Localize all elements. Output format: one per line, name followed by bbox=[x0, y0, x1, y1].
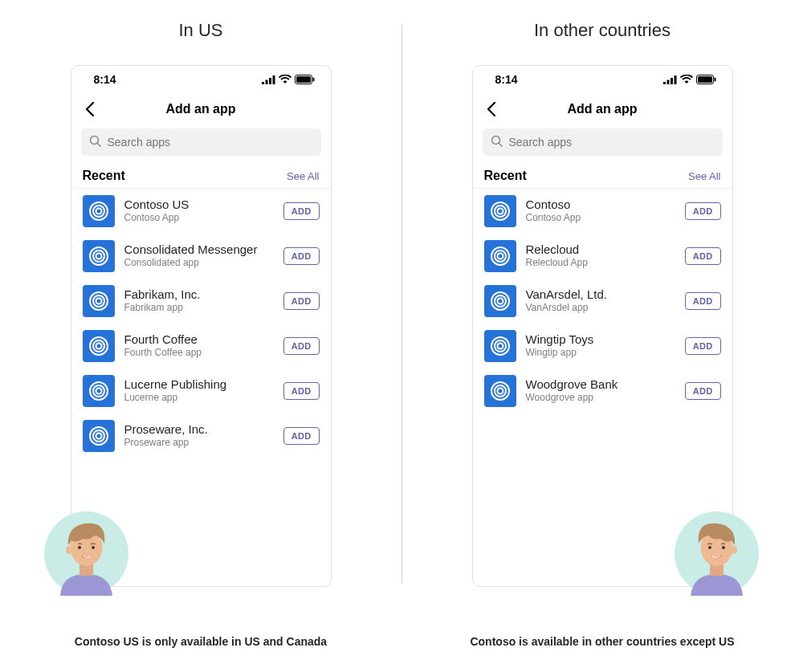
app-subtitle: Relecloud App bbox=[526, 257, 675, 270]
app-title: Fourth Coffee bbox=[124, 332, 274, 347]
caption-us: Contoso US is only available in US and C… bbox=[0, 635, 402, 648]
add-button[interactable]: ADD bbox=[283, 337, 320, 355]
phone-other: 8:14 Add an app Rec bbox=[472, 65, 733, 587]
signal-icon bbox=[663, 75, 677, 84]
svg-point-43 bbox=[495, 206, 506, 217]
app-icon bbox=[83, 195, 115, 227]
svg-point-10 bbox=[93, 206, 104, 217]
svg-line-41 bbox=[499, 143, 502, 146]
app-subtitle: Contoso App bbox=[124, 212, 274, 225]
svg-point-61 bbox=[722, 546, 725, 549]
avatar-illustration bbox=[44, 511, 128, 596]
see-all-link[interactable]: See All bbox=[688, 170, 720, 182]
svg-point-49 bbox=[495, 295, 506, 307]
app-row[interactable]: Fourth CoffeeFourth Coffee appADD bbox=[71, 324, 331, 369]
add-button[interactable]: ADD bbox=[685, 292, 721, 310]
search-container bbox=[473, 125, 732, 162]
see-all-link[interactable]: See All bbox=[287, 170, 319, 182]
add-button[interactable]: ADD bbox=[283, 247, 320, 265]
add-button[interactable]: ADD bbox=[685, 382, 721, 400]
app-text: ContosoContoso App bbox=[526, 198, 675, 225]
status-time: 8:14 bbox=[94, 73, 116, 86]
app-row[interactable]: Lucerne PublishingLucerne appADD bbox=[71, 369, 331, 413]
svg-point-31 bbox=[78, 546, 81, 549]
app-subtitle: Lucerne app bbox=[124, 392, 274, 405]
app-subtitle: Proseware app bbox=[124, 437, 274, 450]
app-subtitle: Fabrikam app bbox=[124, 302, 274, 315]
svg-rect-39 bbox=[714, 78, 715, 82]
svg-point-62 bbox=[708, 546, 711, 549]
app-row[interactable]: Wingtip ToysWingtip appADD bbox=[473, 324, 732, 369]
section-title: Recent bbox=[484, 169, 527, 183]
add-button[interactable]: ADD bbox=[685, 337, 721, 355]
app-row[interactable]: Contoso USContoso AppADD bbox=[71, 189, 331, 234]
add-button[interactable]: ADD bbox=[685, 202, 721, 220]
back-button[interactable] bbox=[81, 100, 99, 118]
svg-point-32 bbox=[92, 546, 95, 549]
svg-rect-34 bbox=[666, 79, 669, 84]
app-icon bbox=[83, 420, 115, 452]
panel-us: In US 8:14 Add an app bbox=[0, 0, 402, 672]
app-icon bbox=[484, 330, 516, 362]
app-text: Lucerne PublishingLucerne app bbox=[124, 377, 274, 405]
app-title: Consolidated Messenger bbox=[124, 242, 274, 257]
app-subtitle: Contoso App bbox=[526, 212, 675, 225]
add-button[interactable]: ADD bbox=[685, 247, 721, 265]
svg-point-22 bbox=[93, 385, 104, 397]
battery-icon bbox=[696, 75, 716, 84]
search-box[interactable] bbox=[81, 128, 321, 156]
nav-bar: Add an app bbox=[473, 93, 732, 125]
app-title: Wingtip Toys bbox=[526, 332, 675, 347]
svg-point-53 bbox=[497, 344, 503, 349]
app-row[interactable]: VanArsdel, Ltd.VanArsdel appADD bbox=[473, 279, 732, 324]
svg-point-17 bbox=[96, 299, 101, 304]
app-title: Fabrikam, Inc. bbox=[124, 287, 274, 302]
svg-rect-33 bbox=[663, 82, 666, 84]
search-input[interactable] bbox=[509, 136, 715, 149]
wifi-icon bbox=[680, 75, 693, 84]
app-title: VanArsdel, Ltd. bbox=[526, 287, 675, 302]
svg-point-56 bbox=[497, 389, 503, 394]
app-title: Woodgrove Bank bbox=[526, 377, 675, 392]
add-button[interactable]: ADD bbox=[283, 382, 320, 400]
svg-rect-6 bbox=[312, 78, 314, 82]
svg-point-11 bbox=[96, 209, 101, 214]
app-row[interactable]: Consolidated MessengerConsolidated appAD… bbox=[71, 234, 331, 279]
app-text: VanArsdel, Ltd.VanArsdel app bbox=[526, 287, 675, 315]
search-box[interactable] bbox=[483, 128, 723, 156]
svg-point-25 bbox=[93, 430, 104, 442]
panel-title-other: In other countries bbox=[534, 20, 671, 41]
svg-rect-35 bbox=[671, 78, 673, 84]
app-icon bbox=[484, 375, 516, 407]
svg-point-47 bbox=[497, 254, 503, 259]
app-row[interactable]: Fabrikam, Inc.Fabrikam appADD bbox=[71, 279, 331, 324]
app-icon bbox=[83, 330, 115, 362]
app-title: Lucerne Publishing bbox=[124, 377, 274, 392]
app-text: RelecloudRelecloud App bbox=[526, 242, 675, 270]
section-header: Recent See All bbox=[473, 162, 732, 188]
app-row[interactable]: Proseware, Inc.Proseware appADD bbox=[71, 413, 331, 458]
svg-rect-2 bbox=[269, 78, 271, 84]
status-indicators bbox=[262, 75, 315, 84]
wifi-icon bbox=[279, 75, 291, 84]
add-button[interactable]: ADD bbox=[283, 427, 320, 445]
back-button[interactable] bbox=[483, 100, 500, 118]
app-text: Contoso USContoso App bbox=[124, 198, 274, 225]
status-indicators bbox=[663, 75, 716, 84]
search-container bbox=[71, 125, 331, 162]
app-text: Proseware, Inc.Proseware app bbox=[124, 422, 274, 450]
app-row[interactable]: RelecloudRelecloud AppADD bbox=[473, 234, 732, 279]
app-text: Fourth CoffeeFourth Coffee app bbox=[124, 332, 274, 360]
svg-rect-36 bbox=[674, 75, 676, 84]
add-button[interactable]: ADD bbox=[283, 202, 320, 220]
app-row[interactable]: ContosoContoso AppADD bbox=[473, 189, 732, 234]
svg-rect-5 bbox=[296, 76, 311, 83]
svg-point-46 bbox=[495, 250, 506, 262]
add-button[interactable]: ADD bbox=[283, 292, 320, 310]
panel-title-us: In US bbox=[178, 20, 222, 41]
app-row[interactable]: Woodgrove BankWoodgrove appADD bbox=[473, 369, 732, 413]
search-input[interactable] bbox=[108, 136, 313, 149]
app-icon bbox=[83, 285, 115, 317]
app-icon bbox=[484, 195, 516, 227]
app-subtitle: VanArsdel app bbox=[526, 302, 675, 315]
